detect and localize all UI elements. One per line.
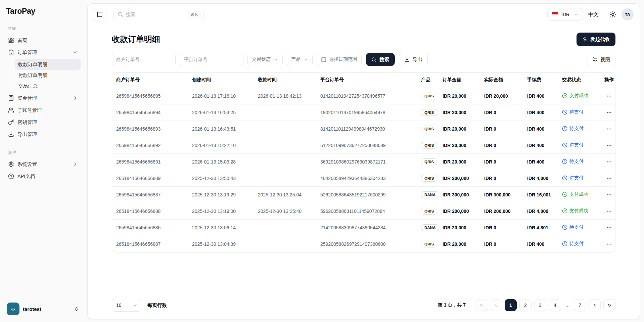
cell-received-at: 2026-01-13 18:42:13 [254,88,316,104]
ellipsis-icon [606,175,612,181]
trade-status-label: 交易状态 [252,56,271,62]
first-page-button[interactable] [475,299,487,311]
theme-toggle-button[interactable] [609,11,616,18]
cell-actual-amount: IDR 0 [480,104,523,121]
product-badge: QRIS [421,126,437,132]
gear-icon [8,161,14,167]
export-button[interactable]: 导出 [399,53,428,66]
table-row: 265984156456568912026-01-13 15:03:283692… [112,153,615,170]
clock-icon [562,126,567,131]
cell-order-amount: IDR 300,000 [439,186,480,203]
sidebar-item-collection-orders[interactable]: 收款订单明细 [15,59,81,70]
last-page-button[interactable] [603,299,615,311]
col-platform-order-no: 平台订单号 [316,73,417,88]
chevron-down-icon [73,50,78,55]
cell-trade-status: 待支付 [558,104,600,121]
sidebar-item-trade-summary[interactable]: 交易汇总 [15,81,81,91]
dashboard-icon [8,37,14,43]
cell-created-at: 2026-01-13 16:53:25 [188,104,254,121]
prev-page-button[interactable] [490,299,502,311]
page-content: 收款订单明细 发起代收 交易状态 产品 选择日期范围 [88,25,640,319]
sidebar-item-label: 订单管理 [17,49,37,56]
cell-merchant-order-no: 26598415645656895 [112,88,188,104]
cell-created-at: 2026-01-13 17:16:10 [188,88,254,104]
ellipsis-icon [606,142,612,148]
user-menu[interactable]: tarotest [5,301,81,317]
calculator-icon [8,95,14,101]
cell-fee: IDR 16,001 [523,186,558,203]
sidebar-item-order-mgmt[interactable]: 订单管理 [5,46,81,58]
create-collection-button[interactable]: 发起代收 [577,33,615,46]
sun-icon [609,11,616,18]
sidebar-item-payout-orders[interactable]: 付款订单明细 [15,70,81,81]
page-button-7[interactable]: 7 [574,299,586,311]
row-actions-button[interactable] [604,141,614,150]
row-actions-button[interactable] [604,239,614,249]
next-page-button[interactable] [589,299,601,311]
row-actions-button[interactable] [604,157,614,167]
page-button-1[interactable]: 1 [505,299,517,311]
page-button-2[interactable]: 2 [519,299,532,311]
search-button[interactable]: 搜索 [366,53,395,66]
search-input[interactable] [126,12,185,17]
status-badge: 待支付 [562,175,584,181]
cell-trade-status: 待支付 [558,219,600,236]
language-switcher[interactable]: 中文 [588,11,598,18]
page-size-select[interactable]: 10 [112,299,142,312]
row-actions-button[interactable] [604,206,614,216]
panel-left-icon [97,11,103,17]
status-badge: 支付成功 [562,208,588,214]
view-options-button[interactable]: 视图 [587,53,615,66]
user-avatar[interactable]: TA [622,8,634,20]
status-badge: 待支付 [562,109,584,115]
sidebar-item-home[interactable]: 首页 [5,34,81,46]
row-actions-button[interactable] [604,108,614,117]
row-actions-button[interactable] [604,174,614,183]
sidebar-item-export-mgmt[interactable]: 导出管理 [5,128,81,140]
sidebar-submenu-orders: 收款订单明细 付款订单明细 交易汇总 [11,59,81,91]
status-badge: 支付成功 [562,93,588,99]
cell-fee: IDR 400 [523,137,558,153]
help-circle-icon [8,173,14,179]
sidebar-item-system-settings[interactable]: 系统设置 [5,158,81,170]
row-actions-button[interactable] [604,190,614,199]
cell-platform-order-no: 2142005883098774380544284 [316,219,417,236]
cell-created-at: 2026-01-13 16:43:51 [188,121,254,137]
sidebar-item-subaccount-mgmt[interactable]: 子账号管理 [5,104,81,116]
trade-status-select[interactable]: 交易状态 [247,53,283,66]
row-actions-button[interactable] [604,124,614,134]
cell-platform-order-no: 5122010990736277250048689 [316,137,417,153]
global-search[interactable]: ⌘ K [113,8,203,21]
ellipsis-icon [606,109,612,116]
page-button-4[interactable]: 4 [549,299,561,311]
currency-select[interactable]: IDR [547,8,583,21]
sidebar-item-label: 收款订单明细 [18,61,47,68]
date-range-picker[interactable]: 选择日期范围 [317,53,362,66]
row-actions-button[interactable] [604,91,614,101]
cell-received-at [254,121,316,137]
download-icon [8,131,14,137]
cell-fee: IDR 400 [523,88,558,104]
cell-actual-amount: IDR 300,000 [480,186,523,203]
merchant-order-no-input[interactable] [112,53,176,66]
sidebar-item-key-mgmt[interactable]: 密钥管理 [5,116,81,128]
clock-icon [562,241,567,246]
product-select[interactable]: 产品 [287,53,313,66]
sidebar-item-api-docs[interactable]: API文档 [5,170,81,182]
users-icon [8,107,14,113]
sidebar-item-fund-mgmt[interactable]: 资金管理 [5,92,81,104]
clock-icon [562,142,567,148]
check-circle-icon [562,93,567,98]
filter-row: 交易状态 产品 选择日期范围 搜索 导出 视图 [112,53,615,66]
page-title: 收款订单明细 [112,34,160,45]
sidebar-toggle-button[interactable] [93,8,106,21]
cell-platform-order-no: 3692010986029769039872171 [316,153,417,170]
row-actions-button[interactable] [604,223,614,232]
page-button-3[interactable]: 3 [534,299,546,311]
pagination-ellipsis: … [564,303,571,308]
col-created-at: 创建时间 [188,73,254,88]
sidebar-item-label: 系统设置 [17,161,37,168]
cell-order-amount: IDR 20,000 [439,104,480,121]
platform-order-no-input[interactable] [180,53,243,66]
sidebar-item-label: 导出管理 [17,131,37,138]
